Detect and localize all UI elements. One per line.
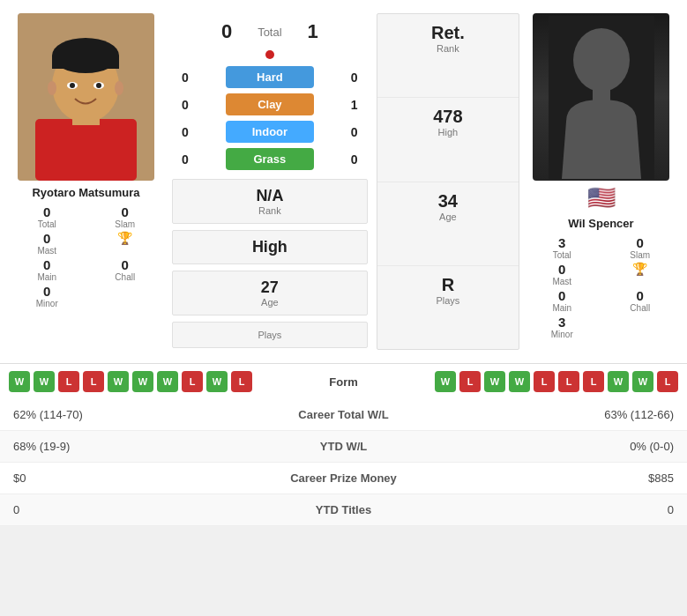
ytd-titles-left: 0 (0, 494, 229, 526)
clay-badge: Clay (226, 93, 314, 115)
prize-money-row: $0 Career Prize Money $885 (0, 463, 687, 494)
form-badge-left-1: W (34, 371, 55, 392)
right-high-box: 478 High (377, 98, 519, 182)
form-badge-right-5: L (558, 371, 579, 392)
ytd-titles-right: 0 (458, 494, 687, 526)
stats-table: 62% (114-70) Career Total W/L 63% (112-6… (0, 399, 687, 526)
svg-rect-14 (593, 88, 610, 104)
right-total-score: 1 (300, 20, 326, 43)
flag-right: 🇺🇸 (587, 184, 616, 212)
right-rank-value: Ret. (382, 23, 514, 43)
form-center-label: Form (291, 375, 397, 389)
prize-money-label: Career Prize Money (229, 463, 459, 494)
left-minor-stat: 0 Minor (9, 284, 86, 308)
left-rank-box: N/A Rank (172, 179, 368, 224)
clay-left-score: 0 (176, 98, 194, 112)
form-badge-left-4: W (108, 371, 129, 392)
right-high-label: High (382, 127, 514, 137)
form-badge-left-2: L (58, 371, 79, 392)
right-main-stat: 0 Main (524, 288, 601, 313)
right-high-value: 478 (382, 107, 514, 127)
form-badge-right-7: W (608, 371, 629, 392)
player-name-left: Ryotaro Matsumura (32, 186, 139, 199)
right-plays-label: Plays (382, 295, 514, 306)
svg-rect-5 (52, 56, 119, 69)
form-badge-left-8: W (206, 371, 228, 392)
player-stats-left: 0 Total 0 Slam 0 Mast 🏆 0 Main (9, 204, 163, 308)
right-total-stat: 3 Total (524, 235, 601, 260)
form-badge-right-3: W (509, 371, 530, 392)
ytd-wl-label: YTD W/L (229, 431, 459, 463)
match-header: 0 Total 1 (168, 13, 372, 50)
right-slam-stat: 0 Slam (602, 235, 679, 260)
right-chall-stat: 0 Chall (602, 288, 679, 313)
right-plays-value: R (382, 275, 514, 295)
main-container: Ryotaro Matsumura 0 Total 0 Slam 0 Mast … (0, 0, 687, 526)
ytd-titles-label: YTD Titles (229, 494, 459, 526)
right-rank-box: Ret. Rank (377, 14, 519, 98)
form-badge-left-9: L (231, 371, 252, 392)
form-badge-left-5: W (132, 371, 153, 392)
player-left: Ryotaro Matsumura 0 Total 0 Slam 0 Mast … (9, 13, 163, 350)
career-total-left: 62% (114-70) (0, 399, 229, 431)
career-total-label: Career Total W/L (229, 399, 459, 431)
right-plays-box: R Plays (377, 266, 519, 349)
grass-left-score: 0 (176, 152, 194, 167)
form-badge-left-0: W (9, 371, 30, 392)
right-age-value: 34 (382, 191, 514, 212)
left-age-label: Age (177, 297, 362, 308)
hard-badge: Hard (226, 66, 314, 88)
form-badge-left-6: W (157, 371, 178, 392)
player-name-right: Wil Spencer (568, 217, 633, 230)
svg-point-11 (115, 81, 123, 95)
left-slam-stat: 0 Slam (87, 204, 164, 229)
grass-badge: Grass (226, 148, 314, 170)
top-section: Ryotaro Matsumura 0 Total 0 Slam 0 Mast … (0, 0, 687, 363)
form-badge-right-1: L (459, 371, 481, 392)
hard-right-score: 0 (346, 71, 363, 85)
form-badge-right-4: L (534, 371, 555, 392)
left-rank-value: N/A (177, 187, 362, 205)
player-silhouette (533, 13, 669, 181)
grass-right-score: 0 (346, 152, 363, 167)
indoor-right-score: 0 (346, 125, 363, 139)
clay-right-score: 1 (346, 98, 363, 112)
left-plays-value: Plays (177, 330, 362, 340)
surface-row-grass: 0 Grass 0 (168, 145, 372, 173)
form-badge-right-9: L (657, 371, 678, 392)
svg-rect-1 (35, 119, 137, 181)
left-total-score: 0 (213, 20, 240, 43)
right-age-label: Age (382, 212, 514, 222)
middle-section: 0 Total 1 0 Hard 0 0 Clay 1 (168, 13, 372, 350)
left-plays-box: Plays (172, 322, 368, 348)
player-stats-right: 3 Total 0 Slam 0 Mast 🏆 0 Main (524, 235, 678, 339)
ytd-wl-left: 68% (19-9) (0, 431, 229, 463)
player-photo-left (18, 13, 154, 181)
right-age-box: 34 Age (377, 182, 519, 266)
ytd-wl-right: 0% (0-0) (458, 431, 687, 463)
left-mast-stat: 0 Mast (9, 231, 86, 256)
form-left: W W L L W W W L W L (9, 371, 287, 392)
career-total-right: 63% (112-66) (458, 399, 687, 431)
svg-point-13 (573, 28, 630, 92)
svg-point-9 (96, 83, 101, 88)
form-badge-right-0: W (435, 371, 456, 392)
form-badge-right-8: W (632, 371, 653, 392)
surface-rows: 0 Hard 0 0 Clay 1 0 Indoor 0 0 Grass (168, 63, 372, 173)
left-total-stat: 0 Total (9, 204, 86, 229)
player-right: 🇺🇸 Wil Spencer 3 Total 0 Slam 0 Mast 🏆 (524, 13, 678, 350)
left-age-value: 27 (177, 278, 362, 297)
surface-row-clay: 0 Clay 1 (168, 91, 372, 118)
player-photo-right (533, 13, 669, 181)
indoor-badge: Indoor (226, 121, 314, 143)
ytd-wl-row: 68% (19-9) YTD W/L 0% (0-0) (0, 431, 687, 463)
left-rank-label: Rank (177, 205, 362, 216)
trophy-icon-right: 🏆 (632, 262, 647, 276)
left-high-box: High (172, 230, 368, 264)
nationality-dot-left (265, 50, 274, 59)
indoor-left-score: 0 (176, 125, 194, 139)
svg-point-10 (48, 81, 56, 95)
form-badge-right-2: W (484, 371, 505, 392)
prize-money-right: $885 (458, 463, 687, 494)
left-trophy-icon-cell: 🏆 (87, 231, 164, 256)
